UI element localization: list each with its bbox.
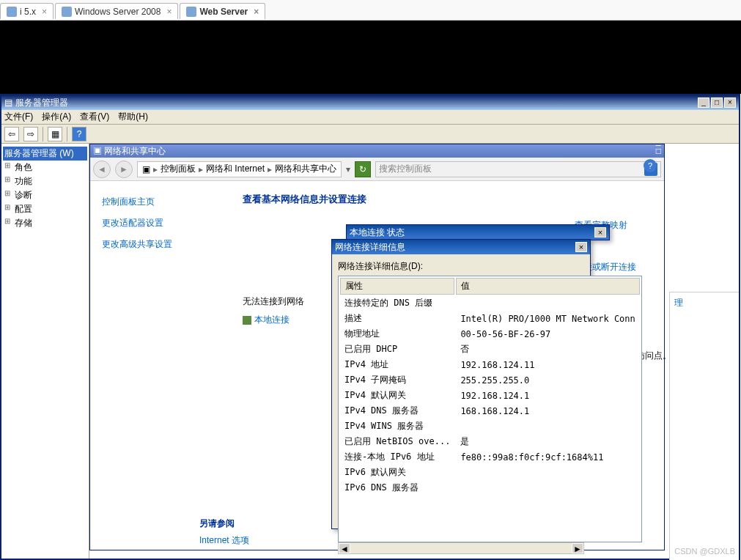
close-button[interactable]: × (594, 227, 606, 237)
scroll-right-icon[interactable]: ► (572, 543, 583, 553)
link-adv-sharing[interactable]: 更改高级共享设置 (102, 238, 225, 251)
prop-value: 255.255.255.0 (456, 373, 639, 387)
nav-forward-button[interactable]: ► (115, 161, 133, 178)
separator (67, 127, 67, 141)
prop-value (456, 296, 639, 310)
tree-roles[interactable]: 角色 (3, 161, 87, 174)
app-icon: ▤ (4, 97, 12, 108)
details-label: 网络连接详细信息(D): (338, 260, 584, 273)
dialog-title: 网络连接详细信息 (335, 241, 405, 254)
minimize-button[interactable]: _ (698, 97, 709, 108)
table-row[interactable]: 已启用 NetBIOS ove...是 (340, 435, 640, 449)
h-scrollbar[interactable]: ◄► (338, 542, 584, 554)
vm-icon (186, 7, 196, 17)
table-row[interactable]: IPv6 默认网关 (340, 465, 640, 479)
back-button[interactable]: ⇦ (4, 127, 19, 141)
breadcrumb-item[interactable]: 控制面板 (161, 163, 196, 175)
prop-name: 已启用 NetBIOS ove... (340, 435, 454, 449)
table-row[interactable]: 连接-本地 IPv6 地址fe80::99a8:f0cf:9cf:1684%11 (340, 450, 640, 464)
table-row[interactable]: 已启用 DHCP否 (340, 342, 640, 356)
table-row[interactable]: IPv4 默认网关192.168.124.1 (340, 388, 640, 402)
tree-diagnostics[interactable]: 诊断 (3, 188, 87, 202)
nav-tree: 服务器管理器 (W) 角色 功能 诊断 配置 存储 (1, 144, 89, 559)
tab-webserver[interactable]: Web Server× (180, 3, 265, 19)
right-pane-fragment: 理 (669, 292, 739, 560)
menu-file[interactable]: 文件(F) (4, 111, 33, 123)
col-value[interactable]: 值 (456, 278, 639, 295)
help-button[interactable]: ? (72, 127, 86, 141)
table-row[interactable]: IPv4 DNS 服务器168.168.124.1 (340, 404, 640, 418)
tab-label: Windows Server 2008 (75, 7, 161, 17)
table-row[interactable]: 连接特定的 DNS 后缀 (340, 296, 640, 310)
tree-config[interactable]: 配置 (3, 202, 87, 216)
address-bar: ◄ ► ▣ ▸ 控制面板 ▸ 网络和 Internet ▸ 网络和共享中心 ▾ … (90, 158, 664, 181)
link-manage[interactable]: 理 (674, 298, 683, 308)
nav-back-button[interactable]: ◄ (93, 161, 111, 178)
breadcrumb[interactable]: ▣ ▸ 控制面板 ▸ 网络和 Internet ▸ 网络和共享中心 (137, 161, 342, 177)
refresh-icon: ↻ (359, 164, 366, 174)
menu-help[interactable]: 帮助(H) (118, 111, 148, 123)
table-row[interactable]: IPv6 DNS 服务器 (340, 481, 640, 495)
help-icon[interactable]: ? (644, 159, 657, 172)
minimize-button[interactable]: _ (656, 136, 661, 146)
status-dialog: 本地连接 状态 × (346, 224, 610, 240)
refresh-button[interactable]: ↻ (355, 161, 371, 177)
prop-name: IPv6 默认网关 (340, 465, 454, 479)
prop-value: 00-50-56-BF-26-97 (456, 327, 639, 341)
maximize-button[interactable]: □ (711, 97, 723, 108)
link-adapter-settings[interactable]: 更改适配器设置 (102, 217, 225, 229)
search-input[interactable]: 搜索控制面板 (375, 161, 661, 177)
see-also: 另请参阅 Internet 选项 (199, 517, 249, 556)
col-property[interactable]: 属性 (340, 278, 454, 295)
scroll-left-icon[interactable]: ◄ (339, 543, 350, 553)
prop-name: 物理地址 (340, 327, 454, 341)
close-icon[interactable]: × (166, 7, 172, 17)
vm-icon (7, 7, 17, 17)
tree-root[interactable]: 服务器管理器 (W) (3, 147, 87, 161)
close-icon[interactable]: × (254, 7, 259, 17)
table-row[interactable]: 描述Intel(R) PRO/1000 MT Network Conn (340, 312, 640, 325)
table-row[interactable]: IPv4 WINS 服务器 (340, 419, 640, 433)
prop-name: IPv4 子网掩码 (340, 373, 454, 387)
show-hide-button[interactable]: ▦ (48, 127, 62, 141)
vm-tabs: i 5.x× Windows Server 2008× Web Server× (0, 0, 741, 21)
prop-name: IPv4 DNS 服务器 (340, 404, 454, 418)
tree-features[interactable]: 功能 (3, 174, 87, 188)
menubar: 文件(F) 操作(A) 查看(V) 帮助(H) (1, 110, 739, 125)
table-row[interactable]: 物理地址00-50-56-BF-26-97 (340, 327, 640, 341)
close-icon[interactable]: × (42, 7, 47, 17)
table-row[interactable]: IPv4 地址192.168.124.11 (340, 358, 640, 372)
prop-value (456, 419, 639, 433)
tree-storage[interactable]: 存储 (3, 216, 87, 230)
link-cp-home[interactable]: 控制面板主页 (102, 196, 225, 208)
link-internet-options[interactable]: Internet 选项 (199, 534, 249, 547)
see-also-header: 另请参阅 (199, 517, 249, 530)
separator (43, 127, 43, 141)
close-button[interactable]: × (724, 97, 736, 108)
breadcrumb-item[interactable]: 网络和 Internet (206, 163, 265, 175)
local-connection-label: 本地连接 (254, 314, 290, 326)
left-nav: 控制面板主页 更改适配器设置 更改高级共享设置 (90, 181, 237, 550)
tab-esxi[interactable]: i 5.x× (0, 3, 54, 19)
prop-value (456, 481, 639, 495)
breadcrumb-item[interactable]: 网络和共享中心 (275, 163, 336, 175)
page-heading: 查看基本网络信息并设置连接 (243, 193, 658, 206)
tab-winserver[interactable]: Windows Server 2008× (55, 3, 178, 19)
forward-button[interactable]: ⇨ (23, 127, 38, 141)
close-button[interactable]: × (575, 242, 587, 252)
prop-value: 192.168.124.1 (456, 388, 639, 402)
tab-label: i 5.x (20, 7, 36, 17)
menu-view[interactable]: 查看(V) (80, 111, 109, 123)
console-black-bar (0, 21, 741, 94)
prop-name: 已启用 DHCP (340, 342, 454, 356)
prop-value (456, 465, 639, 479)
chevron-icon: ▸ (199, 164, 203, 174)
network-details-dialog: 网络连接详细信息 × 网络连接详细信息(D): 属性 值 连接特定的 DNS 后… (331, 239, 591, 529)
dialog-titlebar[interactable]: 网络连接详细信息 × (332, 240, 590, 254)
menu-action[interactable]: 操作(A) (42, 111, 71, 123)
table-row[interactable]: IPv4 子网掩码255.255.255.0 (340, 373, 640, 387)
watermark: CSDN @GDXLB (674, 547, 735, 556)
prop-value: 是 (456, 435, 639, 449)
dropdown-icon[interactable]: ▾ (346, 164, 350, 174)
maximize-button[interactable]: □ (656, 146, 661, 156)
